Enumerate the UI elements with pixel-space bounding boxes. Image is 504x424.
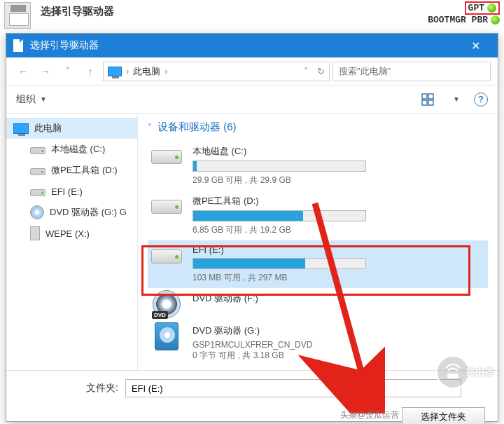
folder-input[interactable] bbox=[125, 379, 461, 397]
view-options-button[interactable] bbox=[421, 93, 435, 107]
search-box[interactable] bbox=[332, 62, 491, 81]
breadcrumb[interactable]: › 此电脑 › ˅ ↻ bbox=[103, 62, 330, 81]
sidebar: 此电脑 本地磁盘 (C:) 微PE工具箱 (D:) EFI (E:) DVD 驱… bbox=[6, 114, 138, 370]
drive-item-f[interactable]: DVD DVD 驱动器 (F:) bbox=[148, 288, 488, 320]
up-button[interactable]: ↑ bbox=[80, 62, 100, 81]
svg-rect-0 bbox=[422, 94, 427, 99]
chevron-down-icon[interactable]: ▼ bbox=[453, 95, 460, 103]
drive-icon bbox=[151, 249, 182, 264]
capacity-bar bbox=[192, 160, 366, 172]
drive-icon bbox=[151, 200, 182, 214]
drive-item-e[interactable]: EFI (E:) 103 MB 可用 , 共 297 MB bbox=[148, 240, 488, 288]
disc-icon bbox=[30, 205, 44, 219]
sidebar-item-wepe-x[interactable]: WEPE (X:) bbox=[6, 223, 137, 244]
search-input[interactable] bbox=[339, 66, 484, 76]
close-button[interactable]: ✕ bbox=[460, 34, 491, 57]
recent-dropdown[interactable]: ˅ bbox=[58, 62, 78, 81]
select-folder-button[interactable]: 选择文件夹 bbox=[402, 407, 485, 424]
sidebar-item-label: 微PE工具箱 (D:) bbox=[51, 164, 118, 177]
help-button[interactable]: ? bbox=[474, 93, 488, 107]
back-button[interactable]: ← bbox=[13, 62, 33, 81]
capacity-bar bbox=[192, 258, 366, 269]
document-icon bbox=[13, 39, 23, 52]
disc-icon: DVD bbox=[153, 290, 181, 318]
chevron-down-icon: ˅ bbox=[148, 123, 152, 132]
refresh-button[interactable]: ↻ bbox=[317, 66, 325, 76]
partition-flags: GPT BOOTMGR PBR bbox=[428, 1, 500, 25]
this-pc-icon bbox=[13, 123, 29, 134]
sidebar-item-efi-e[interactable]: EFI (E:) bbox=[6, 181, 137, 202]
usb-icon bbox=[30, 226, 40, 240]
drive-list: ˅ 设备和驱动器 (6) 本地磁盘 (C:) 29.9 GB 可用 , 共 29… bbox=[138, 114, 498, 370]
sidebar-item-label: WEPE (X:) bbox=[46, 228, 90, 239]
svg-rect-1 bbox=[428, 94, 433, 99]
sidebar-item-label: DVD 驱动器 (G:) G bbox=[50, 206, 127, 219]
section-title: 设备和驱动器 (6) bbox=[158, 121, 237, 134]
drive-item-d[interactable]: 微PE工具箱 (D:) 6.85 GB 可用 , 共 19.2 GB bbox=[148, 191, 488, 240]
sidebar-item-label: 此电脑 bbox=[34, 122, 62, 135]
app-title: 选择引导驱动器 bbox=[41, 5, 114, 18]
section-devices[interactable]: ˅ 设备和驱动器 (6) bbox=[148, 121, 488, 134]
drive-item-c[interactable]: 本地磁盘 (C:) 29.9 GB 可用 , 共 29.9 GB bbox=[148, 141, 488, 191]
drive-icon bbox=[30, 147, 46, 154]
sidebar-item-dvd-g[interactable]: DVD 驱动器 (G:) G bbox=[6, 202, 137, 223]
crumb-dropdown-icon[interactable]: ˅ bbox=[304, 66, 309, 76]
drive-icon bbox=[30, 168, 46, 175]
svg-rect-2 bbox=[422, 100, 427, 105]
this-pc-icon bbox=[108, 67, 122, 76]
drive-icon bbox=[151, 150, 182, 164]
capacity-bar bbox=[192, 210, 366, 221]
drive-item-g[interactable]: DVD 驱动器 (G:) GSP1RMCULXFRER_CN_DVD 0 字节 … bbox=[148, 320, 488, 366]
crumb-this-pc[interactable]: 此电脑 bbox=[133, 65, 160, 78]
svg-rect-3 bbox=[428, 100, 433, 105]
sidebar-item-this-pc[interactable]: 此电脑 bbox=[6, 118, 137, 139]
file-dialog: 选择引导驱动器 ✕ ← → ˅ ↑ › 此电脑 › ˅ ↻ 组织 ▼ ▼ ? bbox=[6, 33, 498, 422]
led-icon bbox=[487, 4, 496, 13]
forward-button[interactable]: → bbox=[36, 62, 55, 81]
titlebar: 选择引导驱动器 ✕ bbox=[6, 34, 498, 57]
sidebar-item-label: EFI (E:) bbox=[51, 186, 83, 197]
dialog-title: 选择引导驱动器 bbox=[30, 39, 99, 52]
drive-icon bbox=[30, 189, 46, 196]
install-disc-icon bbox=[155, 322, 178, 350]
sidebar-item-local-c[interactable]: 本地磁盘 (C:) bbox=[6, 139, 137, 160]
floppy-icon bbox=[4, 2, 31, 29]
led-icon bbox=[491, 15, 500, 25]
sidebar-item-pe-d[interactable]: 微PE工具箱 (D:) bbox=[6, 160, 137, 181]
chevron-down-icon: ▼ bbox=[40, 95, 47, 103]
sidebar-item-label: 本地磁盘 (C:) bbox=[51, 143, 105, 156]
organize-menu[interactable]: 组织 bbox=[16, 93, 36, 106]
attribution-text: 头条@歪瓜运营 bbox=[340, 409, 399, 421]
folder-label: 文件夹: bbox=[86, 382, 118, 395]
